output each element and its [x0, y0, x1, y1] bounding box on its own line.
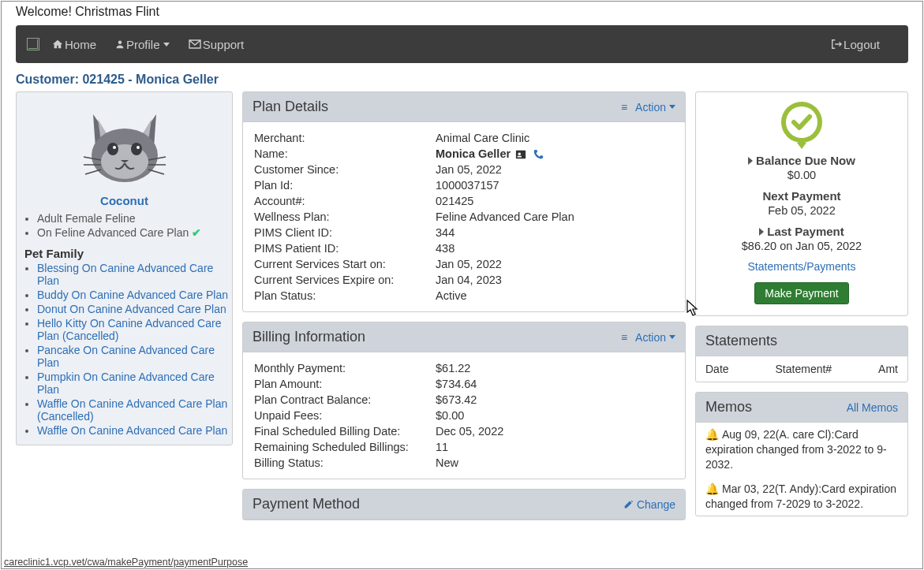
value: Active [436, 289, 674, 302]
menu-icon [621, 331, 632, 344]
label: Plan Contract Balance: [254, 393, 436, 406]
pet-family-item[interactable]: Donut On Canine Advanced Care Plan [37, 303, 232, 315]
navbar: Home Profile Support Logout [16, 25, 908, 63]
welcome-text: Welcome! Christmas Flint [2, 2, 922, 25]
menu-icon [621, 101, 632, 114]
success-check-icon [778, 100, 825, 147]
pet-family-heading: Pet Family [24, 247, 232, 260]
pet-family-item[interactable]: Hello Kitty On Canine Advanced Care Plan… [37, 317, 232, 342]
label: PIMS Client ID: [254, 226, 436, 239]
last-payment-value: $86.20 on Jan 05, 2022 [702, 240, 901, 252]
statements-payments-link[interactable]: Statements/Payments [748, 260, 856, 273]
pet-family-item[interactable]: Pancake On Canine Advanced Care Plan [37, 344, 232, 369]
value: $673.42 [436, 393, 674, 406]
next-payment-label: Next Payment [702, 189, 901, 203]
value: $61.22 [436, 362, 674, 374]
label: Plan Id: [254, 179, 436, 192]
pencil-icon [623, 499, 634, 509]
label: Remaining Scheduled Billings: [254, 441, 436, 453]
billing-panel: Billing Information Action Monthly Payme… [242, 322, 686, 479]
col-amt: Amt [878, 363, 898, 375]
phone-icon[interactable] [533, 149, 544, 160]
bell-icon: 🔔 [705, 482, 719, 495]
value: 11 [436, 441, 674, 453]
pet-name: Coconut [17, 194, 232, 207]
col-date: Date [705, 363, 729, 375]
pet-family-item[interactable]: Waffle On Canine Advanced Care Plan (Can… [37, 397, 232, 423]
pet-family-item[interactable]: Waffle On Canine Advanced Care Plan [37, 424, 232, 437]
bell-icon: 🔔 [705, 428, 719, 441]
label: Plan Amount: [254, 378, 436, 390]
nav-support[interactable]: Support [187, 38, 245, 51]
svg-point-4 [113, 146, 116, 149]
brand-icon [27, 38, 39, 50]
label: Current Services Start on: [254, 258, 436, 270]
statements-title: Statements [705, 333, 777, 349]
value: Jan 05, 2022 [436, 163, 674, 176]
check-icon: ✔ [192, 226, 201, 239]
memos-panel: Memos All Memos 🔔Aug 09, 22(A. care Cl):… [695, 392, 908, 516]
billing-action-menu[interactable]: Action [621, 331, 675, 344]
value: 344 [436, 226, 674, 239]
statements-panel: Statements Date Statement# Amt [695, 326, 908, 382]
statements-header-row: Date Statement# Amt [696, 356, 907, 382]
nav-logout[interactable]: Logout [829, 38, 880, 51]
value: Dec 05, 2022 [436, 425, 674, 438]
svg-point-2 [107, 143, 118, 155]
value: Jan 05, 2022 [436, 258, 674, 270]
all-memos-link[interactable]: All Memos [847, 401, 898, 414]
plan-details-title: Plan Details [253, 99, 328, 115]
value: 1000037157 [436, 179, 674, 192]
home-icon [52, 39, 63, 50]
billing-title: Billing Information [253, 329, 365, 345]
label: Current Services Expire on: [254, 274, 436, 286]
label: PIMS Patient ID: [254, 242, 436, 255]
balance-label: Balance Due Now [702, 154, 901, 167]
label: Billing Status: [254, 456, 436, 469]
payment-method-title: Payment Method [253, 496, 360, 512]
value: Monica Geller [436, 147, 511, 160]
balance-value: $0.00 [702, 169, 901, 181]
value: Jan 04, 2023 [436, 274, 674, 286]
pet-family-item[interactable]: Blessing On Canine Advanced Care Plan [37, 262, 232, 287]
svg-point-3 [131, 143, 142, 155]
nav-profile[interactable]: Profile [114, 38, 170, 51]
plan-details-panel: Plan Details Action Merchant:Animal Care… [242, 91, 686, 312]
pet-avatar [17, 92, 232, 191]
plan-action-menu[interactable]: Action [621, 101, 675, 114]
label: Customer Since: [254, 163, 436, 176]
make-payment-button[interactable]: Make Payment [754, 282, 848, 304]
value: New [436, 456, 674, 469]
label: Merchant: [254, 132, 436, 144]
pet-family-item[interactable]: Buddy On Canine Advanced Care Plan [37, 289, 232, 301]
pet-family-item[interactable]: Pumpkin On Canine Advanced Care Plan [37, 371, 232, 396]
nav-home[interactable]: Home [51, 38, 96, 51]
label: Final Scheduled Billing Date: [254, 425, 436, 438]
caret-icon [669, 335, 675, 339]
change-link[interactable]: Change [623, 498, 675, 511]
col-statement: Statement# [776, 363, 832, 375]
summary-panel: Balance Due Now $0.00 Next Payment Feb 0… [695, 91, 908, 316]
svg-rect-14 [518, 156, 522, 158]
last-payment-label: Last Payment [702, 225, 901, 238]
status-bar-url: careclinic1.vcp.vet/cwa/makePayment/paym… [2, 556, 250, 568]
user-icon [115, 39, 125, 50]
payment-method-panel: Payment Method Change [242, 489, 686, 520]
svg-rect-12 [516, 151, 526, 159]
memo-item: 🔔Mar 03, 22(T. Andy):Card expiration cha… [696, 477, 907, 516]
next-payment-value: Feb 05, 2022 [702, 204, 901, 217]
contact-card-icon[interactable] [515, 149, 526, 160]
label: Wellness Plan: [254, 210, 436, 223]
caret-icon [669, 105, 675, 109]
value: $0.00 [436, 409, 674, 422]
customer-heading: Customer: 021425 - Monica Geller [16, 73, 908, 87]
value: $734.64 [436, 378, 674, 390]
value: Animal Care Clinic [436, 132, 674, 144]
label: Name: [254, 147, 436, 160]
value: 021425 [436, 195, 674, 207]
logout-icon [831, 39, 842, 50]
svg-point-13 [518, 153, 522, 156]
memos-title: Memos [705, 399, 752, 415]
memo-item: 🔔Aug 09, 22(A. care Cl):Card expiration … [696, 423, 907, 477]
pet-attr: Adult Female Feline [37, 212, 232, 225]
